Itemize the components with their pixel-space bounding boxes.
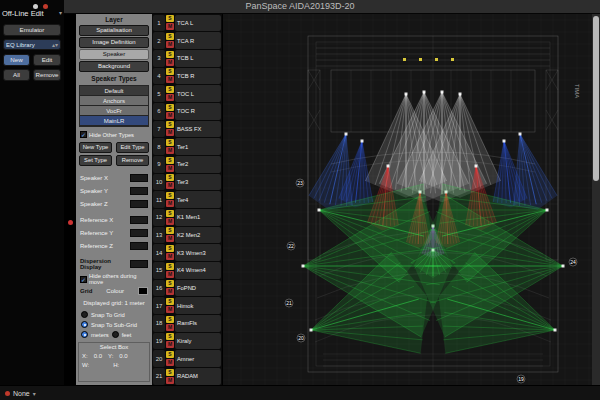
speaker-icon[interactable] <box>361 140 364 143</box>
layer-button-speaker[interactable]: Speaker <box>79 49 149 60</box>
channel-label[interactable]: TCB L <box>175 50 221 67</box>
hide-other-types-checkbox[interactable]: ✓ <box>80 131 87 138</box>
field-value-input[interactable] <box>130 174 148 182</box>
mute-button[interactable]: M <box>166 218 174 225</box>
channel-row[interactable]: 14SMK3 Wmen3 <box>152 244 222 262</box>
solo-button[interactable]: S <box>166 351 174 358</box>
mute-button[interactable]: M <box>166 23 174 30</box>
channel-row[interactable]: 1SMTCA L <box>152 14 222 32</box>
solo-button[interactable]: S <box>166 15 174 22</box>
speaker-icon[interactable] <box>562 265 565 268</box>
solo-button[interactable]: S <box>166 157 174 164</box>
mute-button[interactable]: M <box>166 306 174 313</box>
channel-row[interactable]: 13SMK2 Men2 <box>152 226 222 244</box>
channel-label[interactable]: Amner <box>175 350 221 367</box>
feet-radio[interactable] <box>112 331 119 338</box>
mute-button[interactable]: M <box>166 76 174 83</box>
channel-row[interactable]: 10SMTer3 <box>152 173 222 191</box>
solo-button[interactable]: S <box>166 104 174 111</box>
channel-row[interactable]: 4SMTCB R <box>152 67 222 85</box>
session-selector[interactable]: None <box>13 390 30 397</box>
channel-row[interactable]: 20SMAmner <box>152 350 222 368</box>
channel-label[interactable]: FoPND <box>175 280 221 297</box>
channel-row[interactable]: 8SMTer1 <box>152 138 222 156</box>
field-value-input[interactable] <box>130 242 148 250</box>
vertical-scrollbar[interactable] <box>592 14 600 385</box>
eq-library-select[interactable]: EQ Library ▴▾ <box>3 39 61 50</box>
snap-to-subgrid-row[interactable]: Snap To Sub-Grid <box>81 321 137 328</box>
mute-button[interactable]: M <box>166 129 174 136</box>
solo-button[interactable]: S <box>166 139 174 146</box>
mute-button[interactable]: M <box>166 94 174 101</box>
edit-button[interactable]: Edit <box>33 54 61 66</box>
solo-button[interactable]: S <box>166 192 174 199</box>
offline-edit-menu[interactable]: Off-Line Edit ▾ <box>2 9 62 18</box>
solo-button[interactable]: S <box>166 51 174 58</box>
select-box-x-value[interactable]: 0.0 <box>94 353 102 359</box>
snap-to-grid-row[interactable]: Snap To Grid <box>81 311 125 318</box>
record-indicator-icon[interactable] <box>5 391 10 396</box>
speaker-type-vocfr[interactable]: VocFr <box>80 106 148 116</box>
solo-button[interactable]: S <box>166 227 174 234</box>
solo-button[interactable]: S <box>166 33 174 40</box>
channel-label[interactable]: Himok <box>175 297 221 314</box>
channel-row[interactable]: 12SMK1 Men1 <box>152 208 222 226</box>
mute-button[interactable]: M <box>166 324 174 331</box>
channel-label[interactable]: K4 Wmen4 <box>175 262 221 279</box>
solo-button[interactable]: S <box>166 298 174 305</box>
channel-label[interactable]: TCB R <box>175 68 221 85</box>
speaker-icon[interactable] <box>310 329 313 332</box>
solo-button[interactable]: S <box>166 333 174 340</box>
channel-label[interactable]: TCA R <box>175 32 221 49</box>
channel-label[interactable]: K2 Men2 <box>175 227 221 244</box>
channel-label[interactable]: BASS FX <box>175 121 221 138</box>
speaker-icon[interactable] <box>546 209 549 212</box>
set-type-button[interactable]: Set Type <box>79 155 112 166</box>
spatial-canvas[interactable]: TIMA 192021222324 <box>222 14 592 385</box>
solo-button[interactable]: S <box>166 121 174 128</box>
solo-button[interactable]: S <box>166 263 174 270</box>
speaker-icon[interactable] <box>459 93 462 96</box>
channel-row[interactable]: 5SMTOC L <box>152 85 222 103</box>
layer-button-spatialisation[interactable]: Spatialisation <box>79 25 149 36</box>
speaker-icon[interactable] <box>405 93 408 96</box>
scrollbar-thumb[interactable] <box>593 16 599 181</box>
hide-other-types-row[interactable]: ✓ Hide Other Types <box>80 131 134 138</box>
field-value-input[interactable] <box>130 216 148 224</box>
dispersion-display-select[interactable] <box>130 260 148 268</box>
channel-label[interactable]: Ter2 <box>175 156 221 173</box>
solo-button[interactable]: S <box>166 68 174 75</box>
channel-row[interactable]: 19SMKiraly <box>152 332 222 350</box>
channel-label[interactable]: RamFls <box>175 315 221 332</box>
solo-button[interactable]: S <box>166 369 174 376</box>
speaker-icon[interactable] <box>441 91 444 94</box>
field-value-input[interactable] <box>130 229 148 237</box>
speaker-icon[interactable] <box>387 165 390 168</box>
channel-label[interactable]: TOC L <box>175 85 221 102</box>
solo-button[interactable]: S <box>166 86 174 93</box>
units-row[interactable]: meters feet <box>81 331 131 338</box>
edit-type-button[interactable]: Edit Type <box>116 142 149 153</box>
hide-during-move-checkbox[interactable]: ✓ <box>80 276 87 283</box>
speaker-icon[interactable] <box>318 209 321 212</box>
mute-button[interactable]: M <box>166 41 174 48</box>
channel-label[interactable]: Kiraly <box>175 333 221 350</box>
channel-row[interactable]: 21SMRADAM <box>152 367 222 385</box>
speaker-icon[interactable] <box>554 329 557 332</box>
channel-label[interactable]: TCA L <box>175 15 221 32</box>
channel-row[interactable]: 3SMTCB L <box>152 49 222 67</box>
channel-label[interactable]: Ter1 <box>175 138 221 155</box>
speaker-icon[interactable] <box>423 91 426 94</box>
speaker-plot[interactable]: TIMA 192021222324 <box>223 14 593 385</box>
mute-button[interactable]: M <box>166 288 174 295</box>
remove-type-button[interactable]: Remove <box>116 155 149 166</box>
channel-row[interactable]: 9SMTer2 <box>152 155 222 173</box>
mute-button[interactable]: M <box>166 59 174 66</box>
hide-during-move-row[interactable]: ✓ Hide others during move <box>80 273 152 285</box>
channel-label[interactable]: Ter4 <box>175 191 221 208</box>
remove-button[interactable]: Remove <box>33 69 61 81</box>
channel-row[interactable]: 17SMHimok <box>152 297 222 315</box>
mute-button[interactable]: M <box>166 182 174 189</box>
speaker-icon[interactable] <box>475 165 478 168</box>
new-type-button[interactable]: New Type <box>79 142 112 153</box>
